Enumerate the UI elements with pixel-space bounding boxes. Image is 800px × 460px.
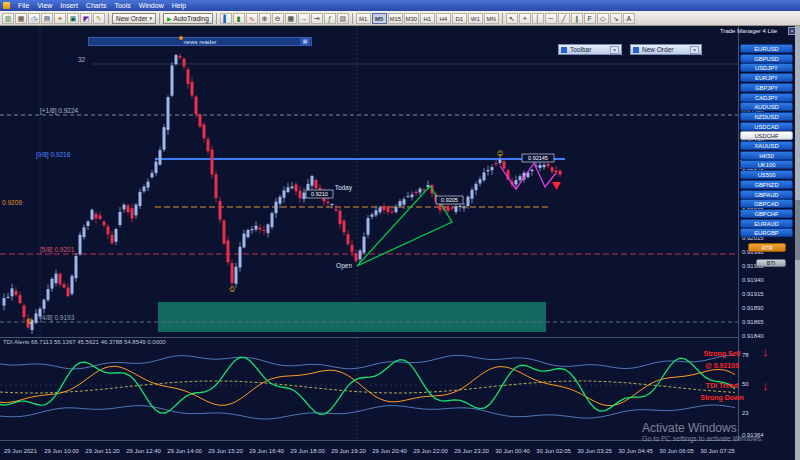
- symbol-button-usdjpy[interactable]: USDJPY: [740, 63, 793, 72]
- scrollbar-thumb[interactable]: [795, 200, 800, 260]
- arrows-icon[interactable]: ↘: [610, 13, 622, 24]
- menu-view[interactable]: View: [33, 2, 56, 9]
- profiles-icon[interactable]: ▦: [15, 13, 27, 24]
- menu-window[interactable]: Window: [135, 2, 168, 9]
- svg-text:[5/8] 0.9201: [5/8] 0.9201: [40, 246, 75, 254]
- symbol-button-usdcad[interactable]: USDCAD: [740, 122, 793, 131]
- symbol-button-nzdusd[interactable]: NZDUSD: [740, 112, 793, 121]
- new-chart-icon[interactable]: ▥: [2, 13, 14, 24]
- symbol-button-gbpchf[interactable]: GBPCHF: [740, 209, 793, 218]
- svg-text:[4/8] 0.9193: [4/8] 0.9193: [40, 314, 75, 322]
- zoom-out-icon[interactable]: ⊖: [272, 13, 284, 24]
- symbol-button-gbpcad[interactable]: GBPCAD: [740, 199, 793, 208]
- signal-block: Strong Sell @ 0.92109 TDI Trend Strong D…: [684, 348, 760, 404]
- symbol-button-audusd[interactable]: AUDUSD: [740, 102, 793, 111]
- timeframe-w1[interactable]: W1: [468, 13, 483, 24]
- timeframe-mn[interactable]: MN: [484, 13, 499, 24]
- news-marker-icon: [179, 36, 183, 40]
- news-reader-expand-icon[interactable]: ▦: [300, 38, 310, 45]
- timeframe-h4[interactable]: H4: [436, 13, 451, 24]
- symbol-button-hk50[interactable]: HK50: [740, 151, 793, 160]
- menu-file[interactable]: File: [14, 2, 33, 9]
- line-chart-icon[interactable]: ∿: [246, 13, 258, 24]
- vertical-scrollbar[interactable]: [795, 26, 800, 460]
- window-icon: [633, 47, 639, 53]
- timeframe-m30[interactable]: M30: [404, 13, 419, 24]
- trendline-icon[interactable]: ╱: [558, 13, 570, 24]
- price-axis-label: 0.91940: [742, 277, 764, 283]
- time-axis-label: 29 Jun 16:40: [246, 448, 287, 454]
- time-axis-label: 29 Jun 20:40: [369, 448, 410, 454]
- symbol-button-gbpjpy[interactable]: GBPJPY: [740, 83, 793, 92]
- symbol-button-eurusd[interactable]: EURUSD: [740, 44, 793, 53]
- toolbar-separator: [352, 13, 353, 24]
- time-axis-label: 29 Jun 15:20: [205, 448, 246, 454]
- floating-new-order-title: New Order: [642, 46, 673, 53]
- data-window-icon[interactable]: ▤: [41, 13, 53, 24]
- auto-scroll-icon[interactable]: →: [298, 13, 310, 24]
- tile-windows-icon[interactable]: ▦: [285, 13, 297, 24]
- close-icon[interactable]: ×: [610, 46, 619, 54]
- cursor-icon[interactable]: ↖: [506, 13, 518, 24]
- symbol-button-gbpnzd[interactable]: GBPNZD: [740, 180, 793, 189]
- navigator-icon[interactable]: ✦: [54, 13, 66, 24]
- timeframe-m15[interactable]: M15: [388, 13, 403, 24]
- time-axis-label: 29 Jun 22:00: [410, 448, 451, 454]
- signal-price: @ 0.92109: [684, 360, 760, 372]
- metaeditor-icon[interactable]: ✎: [93, 13, 105, 24]
- symbol-button-euraud[interactable]: EURAUD: [740, 219, 793, 228]
- close-icon[interactable]: ×: [690, 46, 699, 54]
- news-reader-bar[interactable]: news reader ▦: [88, 37, 312, 46]
- terminal-icon[interactable]: ▣: [67, 13, 79, 24]
- symbol-button-uk100[interactable]: UK100: [740, 160, 793, 169]
- chart-area[interactable]: 32[+1/8] 0.9224[0/8] 0.92160.9209[5/8] 0…: [0, 26, 738, 336]
- fibonacci-icon[interactable]: F: [584, 13, 596, 24]
- tdi-indicator-panel[interactable]: TDI Alerts 66.7113 56.1367 45.5621 46.37…: [0, 337, 738, 441]
- menu-tools[interactable]: Tools: [110, 2, 134, 9]
- timeframe-d1[interactable]: D1: [452, 13, 467, 24]
- menu-insert[interactable]: Insert: [56, 2, 82, 9]
- trade-manager-title: Trade Manager 4 Lite: [720, 28, 777, 34]
- bti-button[interactable]: BTI: [756, 259, 786, 267]
- time-axis-label: 29 Jun 10:00: [41, 448, 82, 454]
- vertical-line-icon[interactable]: │: [532, 13, 544, 24]
- candlestick-chart-icon[interactable]: ▮: [233, 13, 245, 24]
- shapes-icon[interactable]: ◇: [597, 13, 609, 24]
- horizontal-line-icon[interactable]: ─: [545, 13, 557, 24]
- indicators-icon[interactable]: ƒ: [324, 13, 336, 24]
- trade-manager-titlebar: Trade Manager 4 Lite ×: [720, 27, 796, 35]
- price-axis-label: 0.91915: [742, 291, 764, 297]
- timeframe-h1[interactable]: H1: [420, 13, 435, 24]
- symbol-button-xauusd[interactable]: XAUUSD: [740, 141, 793, 150]
- timeframe-m5[interactable]: M5: [372, 13, 387, 24]
- floating-toolbar-window[interactable]: Toolbar ×: [558, 44, 622, 55]
- market-watch-icon[interactable]: ◷: [28, 13, 40, 24]
- floating-new-order-window[interactable]: New Order ×: [630, 44, 702, 55]
- svg-text:[+1/8] 0.9224: [+1/8] 0.9224: [40, 107, 79, 115]
- symbol-button-gbpusd[interactable]: GBPUSD: [740, 54, 793, 63]
- symbol-button-usdchf[interactable]: USDCHF: [740, 131, 793, 140]
- price-axis-label: 0.91890: [742, 305, 764, 311]
- equidistant-channel-icon[interactable]: ∥: [571, 13, 583, 24]
- toolbar-left-icons: ▥▦◷▤✦▣◩✎: [2, 13, 105, 24]
- chart-shift-icon[interactable]: ⇥: [311, 13, 323, 24]
- symbol-button-eurgbp[interactable]: EURGBP: [740, 228, 793, 237]
- atr-button[interactable]: ATR: [748, 243, 786, 252]
- bar-chart-icon[interactable]: ▌: [220, 13, 232, 24]
- strategy-tester-icon[interactable]: ◩: [80, 13, 92, 24]
- autotrading-button[interactable]: ▶ AutoTrading: [163, 13, 213, 24]
- symbol-button-us500[interactable]: US500: [740, 170, 793, 179]
- symbol-button-eurjpy[interactable]: EURJPY: [740, 73, 793, 82]
- symbol-button-gbpaud[interactable]: GBPAUD: [740, 190, 793, 199]
- text-label-icon[interactable]: A: [623, 13, 635, 24]
- indicator-header: TDI Alerts 66.7113 56.1367 45.5621 46.37…: [3, 339, 166, 345]
- crosshair-icon[interactable]: +: [519, 13, 531, 24]
- templates-icon[interactable]: ▨: [337, 13, 349, 24]
- timeframe-m1[interactable]: M1: [356, 13, 371, 24]
- symbol-button-cadjpy[interactable]: CADJPY: [740, 93, 793, 102]
- menu-help[interactable]: Help: [168, 2, 190, 9]
- new-order-button[interactable]: New Order ▾: [112, 13, 156, 24]
- time-axis[interactable]: 29 Jun 202129 Jun 10:0029 Jun 11:2029 Ju…: [0, 442, 738, 460]
- zoom-in-icon[interactable]: ⊕: [259, 13, 271, 24]
- menu-charts[interactable]: Charts: [82, 2, 111, 9]
